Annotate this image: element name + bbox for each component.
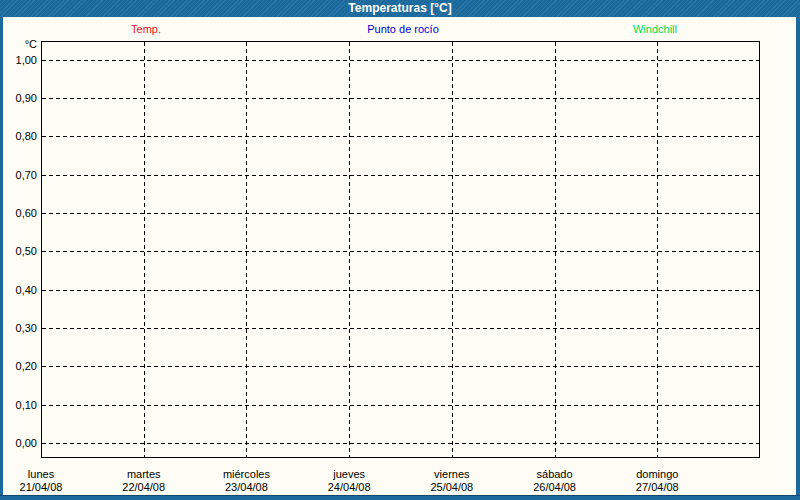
legend-item-temp: Temp. <box>131 23 161 35</box>
y-tick-label: 0,10 <box>0 398 37 412</box>
legend-item-windchill: Windchill <box>633 23 677 35</box>
y-tick-label: 0,80 <box>0 129 37 143</box>
y-gridline <box>42 136 759 137</box>
x-tick-label: viernes25/04/08 <box>397 468 507 494</box>
window-border-bottom <box>0 495 800 500</box>
y-gridline <box>42 328 759 329</box>
y-gridline <box>42 366 759 367</box>
x-tick-label: jueves24/04/08 <box>294 468 404 494</box>
x-gridline <box>452 42 453 457</box>
x-weekday-label: jueves <box>294 468 404 481</box>
x-gridline <box>657 42 658 457</box>
x-weekday-label: sábado <box>500 468 610 481</box>
y-gridline <box>42 405 759 406</box>
y-tick-label: 0,40 <box>0 283 37 297</box>
x-tick-label: martes22/04/08 <box>89 468 199 494</box>
x-tick-label: miércoles23/04/08 <box>191 468 301 494</box>
x-gridline <box>246 42 247 457</box>
legend-item-dewpoint: Punto de rocío <box>367 23 439 35</box>
x-date-label: 25/04/08 <box>397 481 507 494</box>
x-date-label: 22/04/08 <box>89 481 199 494</box>
x-date-label: 26/04/08 <box>500 481 610 494</box>
x-date-label: 27/04/08 <box>602 481 712 494</box>
page: Temperaturas [°C] Temp. Punto de rocío W… <box>0 0 800 500</box>
y-gridline <box>42 251 759 252</box>
y-tick-label: 0,90 <box>0 91 37 105</box>
y-tick-label: 0,20 <box>0 359 37 373</box>
y-gridline <box>42 175 759 176</box>
y-tick-label: 0,30 <box>0 321 37 335</box>
plot-area <box>41 41 760 458</box>
y-gridline <box>42 60 759 61</box>
y-tick-label: 0,00 <box>0 436 37 450</box>
x-weekday-label: domingo <box>602 468 712 481</box>
y-gridline <box>42 98 759 99</box>
chart-title: Temperaturas [°C] <box>348 1 451 15</box>
x-date-label: 24/04/08 <box>294 481 404 494</box>
x-date-label: 21/04/08 <box>0 481 96 494</box>
x-tick-label: domingo27/04/08 <box>602 468 712 494</box>
x-date-label: 23/04/08 <box>191 481 301 494</box>
window-border-left <box>0 17 3 500</box>
y-gridline <box>42 290 759 291</box>
x-gridline <box>144 42 145 457</box>
y-tick-label: 0,60 <box>0 206 37 220</box>
x-weekday-label: martes <box>89 468 199 481</box>
y-tick-label: 0,70 <box>0 168 37 182</box>
window-border-right <box>796 17 800 500</box>
x-weekday-label: viernes <box>397 468 507 481</box>
y-gridline <box>42 213 759 214</box>
x-tick-label: sábado26/04/08 <box>500 468 610 494</box>
y-gridline <box>42 443 759 444</box>
y-tick-label: 0,50 <box>0 244 37 258</box>
x-tick-label: lunes21/04/08 <box>0 468 96 494</box>
y-tick-label: 1,00 <box>0 53 37 67</box>
x-gridline <box>555 42 556 457</box>
x-gridline <box>349 42 350 457</box>
x-weekday-label: miércoles <box>191 468 301 481</box>
y-axis-unit-label: °C <box>0 38 37 51</box>
window-titlebar: Temperaturas [°C] <box>0 0 800 17</box>
x-weekday-label: lunes <box>0 468 96 481</box>
